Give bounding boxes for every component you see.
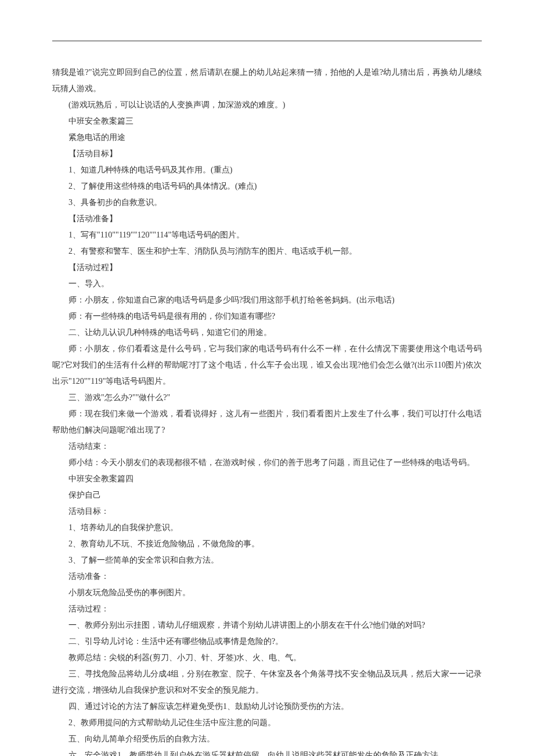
- paragraph-text: 师：有一些特殊的电话号码是很有用的，你们知道有哪些?: [52, 308, 482, 325]
- paragraph-text: 四、通过讨论的方法了解应该怎样避免受伤1、鼓励幼儿讨论预防受伤的方法。: [52, 699, 482, 715]
- paragraph-text: 【活动目标】: [52, 146, 482, 162]
- paragraph-text: 一、导入。: [52, 276, 482, 292]
- paragraph-text: 五、向幼儿简单介绍受伤后的自救方法。: [52, 731, 482, 747]
- paragraph-text: 3、了解一些简单的安全常识和自救方法。: [52, 552, 482, 568]
- paragraph-text: 一、教师分别出示挂图，请幼儿仔细观察，并请个别幼儿讲讲图上的小朋友在干什么?他们…: [52, 617, 482, 633]
- paragraph-text: 猜我是谁?"说完立即回到自己的位置，然后请趴在腿上的幼儿站起来猜一猜，拍他的人是…: [52, 64, 482, 97]
- paragraph-text: 中班安全教案篇三: [52, 113, 482, 129]
- paragraph-text: (游戏玩熟后，可以让说话的人变换声调，加深游戏的难度。): [52, 97, 482, 113]
- paragraph-text: 活动目标：: [52, 503, 482, 520]
- paragraph-text: 二、让幼儿认识几种特殊的电话号码，知道它们的用途。: [52, 325, 482, 341]
- paragraph-text: 2、教师用提问的方式帮助幼儿记住生活中应注意的问题。: [52, 715, 482, 731]
- paragraph-text: 保护自己: [52, 487, 482, 503]
- paragraph-text: 二、引导幼儿讨论：生活中还有哪些物品或事情是危险的?。: [52, 633, 482, 650]
- paragraph-text: 活动过程：: [52, 601, 482, 617]
- paragraph-text: 1、培养幼儿的自我保护意识。: [52, 520, 482, 536]
- paragraph-text: 【活动过程】: [52, 260, 482, 276]
- paragraph-text: 三、游戏"怎么办?""做什么?": [52, 390, 482, 406]
- paragraph-text: 活动准备：: [52, 568, 482, 585]
- paragraph-text: 紧急电话的用途: [52, 129, 482, 146]
- paragraph-text: 师小结：今天小朋友们的表现都很不错，在游戏时候，你们的善于思考了问题，而且记住了…: [52, 455, 482, 471]
- paragraph-text: 2、了解使用这些特殊的电话号码的具体情况。(难点): [52, 178, 482, 195]
- paragraph-text: 【活动准备】: [52, 211, 482, 227]
- paragraph-text: 小朋友玩危险品受伤的事例图片。: [52, 585, 482, 601]
- paragraph-text: 师：小朋友，你们看看这是什么号码，它与我们家的电话号码有什么不一样，在什么情况下…: [52, 341, 482, 390]
- horizontal-divider: [52, 41, 482, 41]
- paragraph-text: 2、教育幼儿不玩、不接近危险物品，不做危险的事。: [52, 536, 482, 552]
- document-content: 猜我是谁?"说完立即回到自己的位置，然后请趴在腿上的幼儿站起来猜一猜，拍他的人是…: [52, 64, 482, 756]
- paragraph-text: 1、写有"110""119""120""114"等电话号码的图片。: [52, 227, 482, 243]
- paragraph-text: 师：现在我们来做一个游戏，看看说得好，这儿有一些图片，我们看看图片上发生了什么事…: [52, 406, 482, 438]
- paragraph-text: 1、知道几种特殊的电话号码及其作用。(重点): [52, 162, 482, 178]
- paragraph-text: 三、寻找危险品将幼儿分成4组，分别在教室、院子、午休室及各个角落寻找不安全物品及…: [52, 666, 482, 699]
- paragraph-text: 六、安全游戏1、教师带幼儿到户外在游乐器材前停留，向幼儿说明这些器材可能发生的危…: [52, 747, 482, 756]
- paragraph-text: 2、有警察和警车、医生和护士车、消防队员与消防车的图片、电话或手机一部。: [52, 243, 482, 260]
- paragraph-text: 教师总结：尖锐的利器(剪刀、小刀、针、牙签)水、火、电、气。: [52, 650, 482, 666]
- paragraph-text: 中班安全教案篇四: [52, 471, 482, 487]
- paragraph-text: 师：小朋友，你知道自己家的电话号码是多少吗?我们用这部手机打给爸爸妈妈。(出示电…: [52, 292, 482, 308]
- paragraph-text: 活动结束：: [52, 438, 482, 455]
- paragraph-text: 3、具备初步的自救意识。: [52, 195, 482, 211]
